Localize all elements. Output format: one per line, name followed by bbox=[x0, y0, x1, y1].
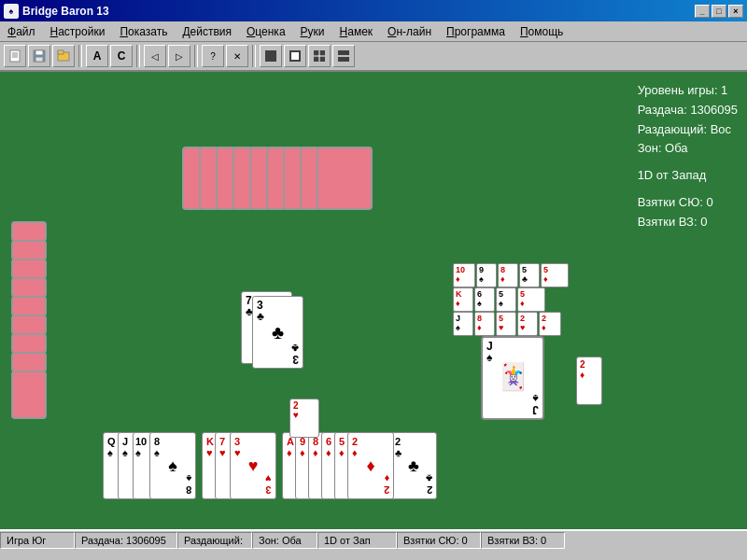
menu-file[interactable]: Файл bbox=[0, 23, 43, 40]
svg-rect-10 bbox=[271, 50, 276, 56]
svg-rect-8 bbox=[58, 50, 63, 54]
svg-rect-5 bbox=[35, 50, 43, 55]
west-card-4[interactable] bbox=[11, 277, 47, 298]
toolbar-load[interactable] bbox=[52, 45, 75, 67]
game-area: Уровень игры: 1 Раздача: 1306095 Раздающ… bbox=[0, 72, 747, 529]
toolbar-a[interactable]: A bbox=[86, 45, 108, 67]
status-contract: 1D от Зап bbox=[317, 532, 397, 549]
west-card-6[interactable] bbox=[11, 315, 47, 335]
toolbar-grid3[interactable] bbox=[308, 45, 331, 67]
app-icon: ♠ bbox=[4, 4, 19, 19]
info-panel: Уровень игры: 1 Раздача: 1306095 Раздающ… bbox=[638, 81, 738, 232]
south-card-8-spades[interactable]: 8♠ 8♠ ♠ bbox=[149, 432, 196, 499]
menu-hands[interactable]: Руки bbox=[293, 23, 332, 40]
east-hand: 10♦ 9♠ 8♦ 5♣ 5♦ K♦ 6♠ 5♠ 5♦ J♠ 8♦ 5♥ 2♥ … bbox=[453, 263, 602, 469]
toolbar-grid2[interactable] bbox=[284, 45, 306, 67]
svg-rect-0 bbox=[10, 50, 20, 62]
south-card-3-hearts[interactable]: 3♥ 3♥ ♥ bbox=[230, 432, 276, 499]
status-bar: Игра Юг Раздача: 1306095 Раздающий: Зон:… bbox=[0, 529, 747, 550]
toolbar-prev[interactable]: ◁ bbox=[144, 45, 166, 67]
toolbar: A C ◁ ▷ ? ✕ bbox=[0, 42, 747, 72]
status-deal: Раздача: 1306095 bbox=[75, 532, 177, 549]
menu-settings[interactable]: Настройки bbox=[43, 23, 113, 40]
zone-text: Зон: Оба bbox=[638, 139, 738, 159]
menu-show[interactable]: Показать bbox=[112, 23, 175, 40]
contract-text: 1D от Запад bbox=[638, 166, 738, 186]
west-card-3[interactable] bbox=[11, 259, 47, 279]
menu-bar: Файл Настройки Показать Действия Оценка … bbox=[0, 21, 747, 42]
toolbar-save[interactable] bbox=[28, 45, 50, 67]
center-south-card: 2♥ bbox=[289, 399, 319, 438]
title-controls[interactable]: _ □ × bbox=[695, 5, 743, 18]
deal-text: Раздача: 1306095 bbox=[638, 101, 738, 120]
south-hand[interactable]: Q♠ Q♠ ♠♠♠ J♠ J♠ ♠ 10♠ 10♠ ♠ 8♠ 8♠ ♠ bbox=[103, 432, 442, 501]
west-card-8[interactable] bbox=[11, 352, 47, 372]
menu-help[interactable]: Помощь bbox=[513, 23, 571, 40]
south-card-2-clubs[interactable]: 2♣ 2♣ ♣ bbox=[390, 432, 437, 499]
center-north-card: 3♣ 3♣ ♣ bbox=[252, 296, 303, 369]
toolbar-grid1[interactable] bbox=[260, 45, 282, 67]
west-card-5[interactable] bbox=[11, 296, 47, 316]
svg-rect-14 bbox=[291, 52, 299, 60]
app-title: Bridge Baron 13 bbox=[22, 5, 109, 18]
south-card-2-diamonds[interactable]: 2♦ 2♦ ♦ bbox=[347, 432, 394, 499]
menu-program[interactable]: Программа bbox=[439, 23, 513, 40]
tricks-ns: Взятки СЮ: 0 bbox=[638, 193, 738, 213]
minimize-button[interactable]: _ bbox=[695, 5, 710, 18]
west-hand bbox=[11, 221, 50, 427]
level-text: Уровень игры: 1 bbox=[638, 81, 738, 101]
north-hand bbox=[182, 147, 378, 212]
west-card-9[interactable] bbox=[11, 371, 47, 419]
svg-rect-12 bbox=[271, 56, 276, 62]
toolbar-next[interactable]: ▷ bbox=[168, 45, 190, 67]
toolbar-sep1 bbox=[78, 45, 82, 67]
toolbar-sep4 bbox=[252, 45, 256, 67]
west-card-2[interactable] bbox=[11, 240, 47, 260]
svg-rect-11 bbox=[265, 56, 271, 62]
status-player: Игра Юг bbox=[0, 532, 75, 549]
svg-rect-9 bbox=[265, 50, 271, 56]
west-card-7[interactable] bbox=[11, 333, 47, 354]
toolbar-grid4[interactable] bbox=[332, 45, 355, 67]
dealer-text: Раздающий: Вос bbox=[638, 120, 738, 140]
status-tricks-ew: Взятки ВЗ: 0 bbox=[481, 532, 565, 549]
status-tricks-ns: Взятки СЮ: 0 bbox=[397, 532, 481, 549]
toolbar-close[interactable]: ✕ bbox=[226, 45, 248, 67]
toolbar-new[interactable] bbox=[4, 45, 26, 67]
menu-online[interactable]: Он-лайн bbox=[380, 23, 439, 40]
north-card-9[interactable] bbox=[317, 147, 373, 210]
svg-rect-6 bbox=[35, 57, 43, 62]
title-left: ♠ Bridge Baron 13 bbox=[4, 4, 109, 19]
menu-score[interactable]: Оценка bbox=[239, 23, 293, 40]
menu-actions[interactable]: Действия bbox=[175, 23, 239, 40]
west-card-1[interactable] bbox=[11, 221, 47, 242]
svg-rect-18 bbox=[338, 50, 349, 55]
status-zone: Зон: Оба bbox=[252, 532, 317, 549]
maximize-button[interactable]: □ bbox=[712, 5, 726, 18]
toolbar-sep2 bbox=[136, 45, 140, 67]
status-dealer: Раздающий: bbox=[177, 532, 252, 549]
menu-hint[interactable]: Намек bbox=[332, 23, 381, 40]
title-bar: ♠ Bridge Baron 13 _ □ × bbox=[0, 0, 747, 21]
toolbar-help[interactable]: ? bbox=[202, 45, 224, 67]
tricks-ew: Взятки ВЗ: 0 bbox=[638, 213, 738, 232]
toolbar-sep3 bbox=[194, 45, 198, 67]
svg-rect-19 bbox=[338, 57, 349, 62]
toolbar-c[interactable]: C bbox=[110, 45, 133, 67]
close-button[interactable]: × bbox=[728, 5, 743, 18]
